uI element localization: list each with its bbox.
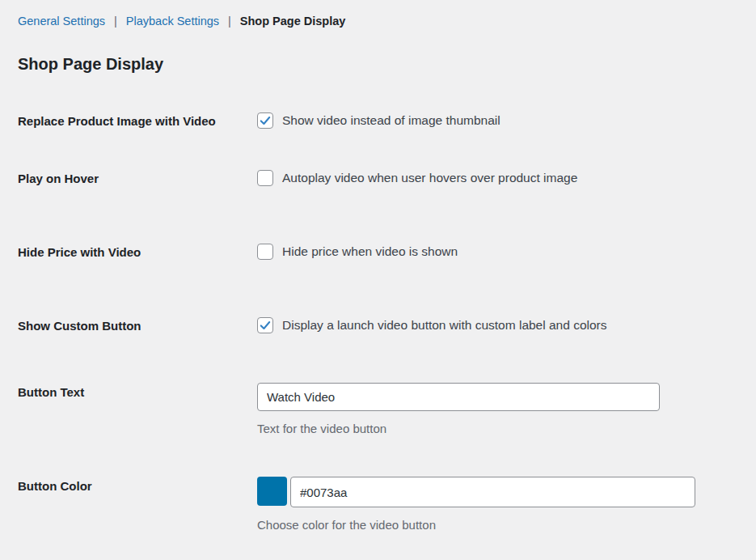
tab-general-settings[interactable]: General Settings	[18, 13, 105, 29]
show-video-checkbox[interactable]	[257, 112, 273, 129]
setting-label: Button Color	[18, 477, 257, 495]
button-color-input[interactable]	[290, 477, 695, 507]
field-description: Choose color for the video button	[257, 517, 738, 533]
checkmark-icon	[259, 114, 272, 127]
tab-separator: |	[114, 13, 117, 29]
checkbox-label[interactable]: Show video instead of image thumbnail	[282, 112, 500, 129]
checkbox-field-hide-price[interactable]: Hide price when video is shown	[257, 243, 458, 261]
setting-row-play-on-hover: Play on Hover Autoplay video when user h…	[18, 169, 738, 189]
page-title: Shop Page Display	[18, 53, 738, 74]
setting-label: Replace Product Image with Video	[18, 112, 257, 130]
button-text-input[interactable]	[257, 383, 660, 411]
settings-tab-nav: General Settings | Playback Settings | S…	[18, 13, 738, 29]
checkmark-icon	[259, 319, 272, 332]
setting-label: Show Custom Button	[18, 316, 257, 335]
settings-page: General Settings | Playback Settings | S…	[0, 0, 756, 533]
setting-row-show-custom-button: Show Custom Button Display a launch vide…	[18, 316, 738, 335]
checkbox-label[interactable]: Autoplay video when user hovers over pro…	[282, 169, 577, 187]
checkbox-field-show-video[interactable]: Show video instead of image thumbnail	[257, 112, 500, 129]
checkbox-label[interactable]: Hide price when video is shown	[282, 243, 458, 261]
checkbox-field-autoplay-hover[interactable]: Autoplay video when user hovers over pro…	[257, 169, 577, 187]
autoplay-hover-checkbox[interactable]	[257, 170, 273, 186]
setting-row-button-color: Button Color Choose color for the video …	[18, 477, 738, 533]
setting-label: Play on Hover	[18, 169, 257, 188]
hide-price-checkbox[interactable]	[257, 244, 273, 260]
tab-playback-settings[interactable]: Playback Settings	[126, 13, 219, 29]
checkbox-field-custom-button[interactable]: Display a launch video button with custo…	[257, 316, 607, 334]
tab-shop-page-display[interactable]: Shop Page Display	[240, 13, 346, 29]
setting-label: Button Text	[18, 383, 257, 401]
checkbox-label[interactable]: Display a launch video button with custo…	[282, 316, 607, 334]
custom-button-checkbox[interactable]	[257, 317, 273, 333]
field-description: Text for the video button	[257, 421, 738, 437]
tab-separator: |	[228, 13, 231, 29]
setting-row-button-text: Button Text Text for the video button	[18, 383, 738, 437]
color-swatch-button[interactable]	[257, 477, 287, 506]
settings-form: Replace Product Image with Video Show vi…	[18, 112, 738, 533]
setting-row-replace-product-image: Replace Product Image with Video Show vi…	[18, 112, 738, 130]
setting-row-hide-price: Hide Price with Video Hide price when vi…	[18, 243, 738, 263]
setting-label: Hide Price with Video	[18, 243, 257, 261]
